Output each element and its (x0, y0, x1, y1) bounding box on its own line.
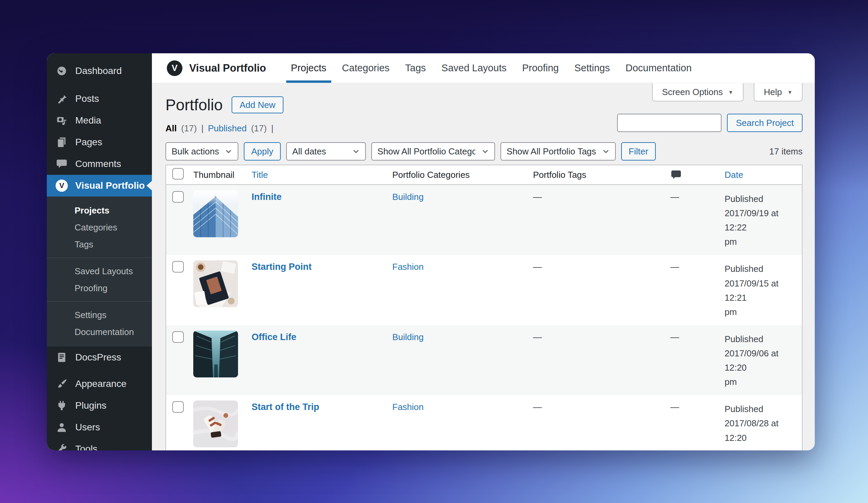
sidebar-item-posts[interactable]: Posts (47, 88, 152, 110)
portfolio-tags-select[interactable]: Show All Portfolio Tags (500, 142, 616, 161)
sidebar-item-label: Pages (75, 137, 102, 148)
thumbnail-image[interactable] (193, 260, 238, 307)
category-link[interactable]: Building (392, 190, 424, 202)
submenu-item-proofing[interactable]: Proofing (47, 280, 152, 296)
comments-value: — (665, 395, 719, 419)
tab-proofing[interactable]: Proofing (514, 53, 567, 83)
list-table-filters: Bulk actions Apply All dates Show All Po… (165, 142, 803, 161)
caret-down-icon: ▼ (728, 89, 733, 95)
thumbnail-image[interactable] (193, 190, 238, 237)
tab-documentation[interactable]: Documentation (618, 53, 700, 83)
thumbnail-image[interactable] (193, 331, 238, 378)
table-header-row: Thumbnail Title Portfolio Categories Por… (166, 165, 802, 185)
sidebar-item-label: Media (75, 115, 101, 126)
screen-options-button[interactable]: Screen Options ▼ (652, 83, 744, 101)
tags-value: — (528, 185, 665, 208)
category-link[interactable]: Building (392, 331, 424, 342)
search-form: Search Project (617, 114, 803, 132)
plugin-top-nav: V Visual Portfolio Projects Categories T… (152, 53, 815, 83)
help-button[interactable]: Help ▼ (754, 83, 803, 101)
comments-icon (55, 158, 68, 170)
select-all-checkbox[interactable] (172, 168, 184, 180)
portfolio-categories-select[interactable]: Show All Portfolio Categor (371, 142, 495, 161)
sidebar-item-media[interactable]: Media (47, 110, 152, 131)
column-header-categories: Portfolio Categories (387, 170, 528, 180)
sidebar-item-plugins[interactable]: Plugins (47, 395, 152, 416)
apply-button[interactable]: Apply (244, 142, 281, 161)
dates-select[interactable]: All dates (286, 142, 366, 161)
table-row: Infinite Building — — Published2017/09/1… (166, 185, 802, 255)
tab-tags[interactable]: Tags (397, 53, 434, 83)
table-row: Starting Point Fashion — — Published2017… (166, 255, 802, 325)
column-header-title-sort[interactable]: Title (251, 170, 268, 180)
tab-saved-layouts[interactable]: Saved Layouts (434, 53, 514, 83)
tab-projects[interactable]: Projects (283, 53, 334, 83)
media-icon (55, 114, 68, 127)
tags-value: — (528, 255, 665, 278)
column-header-date-sort[interactable]: Date (725, 170, 743, 180)
sidebar-item-dashboard[interactable]: Dashboard (47, 60, 152, 82)
sidebar-item-docspress[interactable]: DocsPress (47, 346, 152, 368)
search-input[interactable] (617, 114, 722, 132)
row-checkbox[interactable] (172, 401, 184, 413)
sidebar-item-pages[interactable]: Pages (47, 131, 152, 153)
visual-portfolio-logo-icon: V (55, 180, 68, 192)
date-value: Published2017/09/19 at 12:22pm (719, 185, 802, 255)
comment-bubble-icon (670, 169, 682, 181)
project-title-link[interactable]: Start of the Trip (251, 401, 319, 412)
admin-sidebar: Dashboard Posts Media Pages Comments (47, 53, 152, 450)
sidebar-item-label: Comments (75, 159, 121, 169)
tab-settings[interactable]: Settings (567, 53, 618, 83)
sidebar-item-label: Visual Portfolio (75, 180, 145, 191)
submenu-divider (47, 301, 152, 302)
sidebar-item-label: Posts (75, 93, 99, 104)
plug-icon (55, 400, 68, 412)
row-checkbox[interactable] (172, 331, 184, 343)
add-new-button[interactable]: Add New (231, 97, 284, 113)
pin-icon (55, 93, 68, 105)
project-title-link[interactable]: Infinite (251, 190, 282, 202)
chevron-down-icon (352, 148, 360, 155)
bulk-actions-select[interactable]: Bulk actions (165, 142, 238, 161)
brand-name: Visual Portfolio (189, 62, 266, 74)
view-published-count: (17) (251, 123, 267, 134)
view-published-link[interactable]: Published (208, 123, 247, 134)
brush-icon (55, 378, 68, 390)
sidebar-item-comments[interactable]: Comments (47, 153, 152, 175)
submenu-item-saved-layouts[interactable]: Saved Layouts (47, 263, 152, 280)
category-link[interactable]: Fashion (392, 401, 424, 412)
column-header-thumbnail: Thumbnail (188, 170, 246, 180)
row-checkbox[interactable] (172, 191, 184, 203)
submenu-item-documentation[interactable]: Documentation (47, 323, 152, 340)
chevron-down-icon (602, 148, 610, 155)
active-tab-indicator (286, 80, 331, 83)
filter-button[interactable]: Filter (621, 142, 656, 161)
column-header-tags: Portfolio Tags (528, 170, 665, 180)
submenu-item-projects[interactable]: Projects (47, 202, 152, 219)
view-all-link[interactable]: All (165, 123, 177, 134)
project-title-link[interactable]: Starting Point (251, 260, 312, 272)
menu-separator (47, 368, 152, 373)
sidebar-item-appearance[interactable]: Appearance (47, 373, 152, 395)
project-title-link[interactable]: Office Life (251, 331, 296, 342)
thumbnail-image[interactable] (193, 401, 238, 447)
screen-meta-links: Screen Options ▼ Help ▼ (652, 83, 803, 101)
current-menu-arrow (142, 181, 152, 190)
submenu-item-settings[interactable]: Settings (47, 306, 152, 323)
comments-value: — (665, 255, 719, 278)
submenu-item-categories[interactable]: Categories (47, 219, 152, 236)
visual-portfolio-brand[interactable]: V Visual Portfolio (167, 60, 266, 76)
search-project-button[interactable]: Search Project (727, 114, 803, 132)
submenu-item-tags[interactable]: Tags (47, 236, 152, 253)
sidebar-item-users[interactable]: Users (47, 416, 152, 438)
main-panel: V Visual Portfolio Projects Categories T… (152, 53, 815, 450)
sidebar-item-tools[interactable]: Tools (47, 438, 152, 450)
row-checkbox[interactable] (172, 261, 184, 273)
tab-categories[interactable]: Categories (334, 53, 397, 83)
sidebar-item-visual-portfolio[interactable]: V Visual Portfolio (47, 175, 152, 197)
page-title: Portfolio (165, 96, 223, 114)
column-header-comments (665, 169, 719, 181)
category-link[interactable]: Fashion (392, 260, 424, 272)
content-area: Screen Options ▼ Help ▼ Portfolio Add Ne… (152, 83, 815, 450)
visual-portfolio-submenu: Projects Categories Tags Saved Layouts P… (47, 197, 152, 346)
